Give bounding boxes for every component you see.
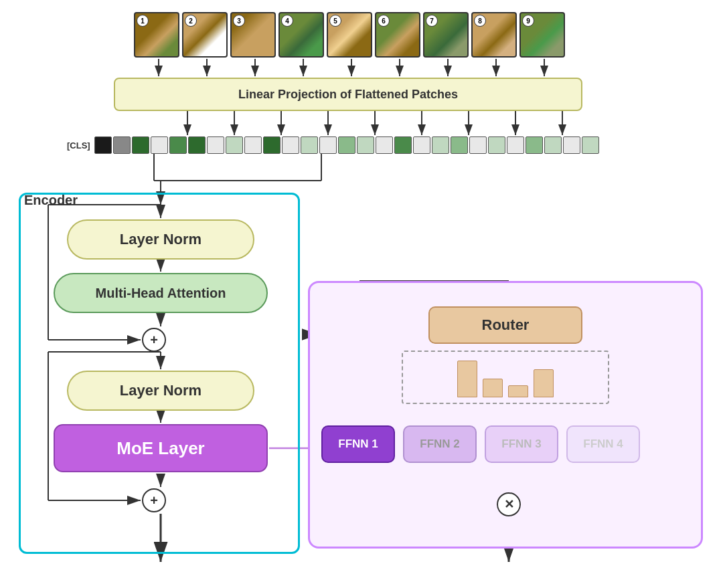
token-row: [CLS] (67, 136, 599, 154)
layer-norm-1: Layer Norm (67, 219, 254, 260)
layer-norm-2: Layer Norm (67, 371, 254, 411)
token-1 (132, 136, 149, 154)
token-24 (563, 136, 580, 154)
token-15 (394, 136, 412, 154)
ffnn-4-label: FFNN 4 (583, 437, 623, 451)
mha-box: Multi-Head Attention (54, 273, 268, 313)
patch-4-number: 4 (281, 15, 293, 27)
token-3 (169, 136, 187, 154)
patch-7: 7 (423, 12, 469, 58)
patch-6-number: 6 (378, 15, 390, 27)
token-13 (357, 136, 374, 154)
token-cls-gray (113, 136, 131, 154)
patch-8-number: 8 (474, 15, 486, 27)
token-5 (207, 136, 224, 154)
multiply-symbol: ✕ (504, 497, 514, 512)
ffnn-2-box: FFNN 2 (403, 425, 477, 463)
token-16 (413, 136, 430, 154)
patch-2: 2 (182, 12, 228, 58)
token-12 (338, 136, 355, 154)
token-23 (544, 136, 562, 154)
bar-3 (508, 385, 528, 397)
bar-1 (457, 361, 477, 397)
patch-6: 6 (375, 12, 420, 58)
layer-norm-1-label: Layer Norm (120, 231, 202, 248)
plus-circle-2: + (142, 488, 166, 512)
plus-2-symbol: + (150, 493, 158, 508)
linear-projection-box: Linear Projection of Flattened Patches (114, 78, 582, 111)
token-10 (301, 136, 318, 154)
patch-2-number: 2 (185, 15, 197, 27)
patch-7-number: 7 (426, 15, 438, 27)
diagram-container: 1 2 3 4 5 6 7 8 9 Linear Projection of F… (0, 0, 723, 588)
multiply-circle: ✕ (497, 492, 521, 516)
token-25 (582, 136, 599, 154)
moe-layer-encoder-box: MoE Layer (54, 424, 268, 472)
ffnn-3-box: FFNN 3 (485, 425, 558, 463)
token-22 (526, 136, 543, 154)
token-20 (488, 136, 505, 154)
token-18 (451, 136, 468, 154)
patch-1: 1 (134, 12, 179, 58)
linear-projection-label: Linear Projection of Flattened Patches (238, 88, 458, 102)
token-17 (432, 136, 449, 154)
router-box: Router (428, 306, 582, 344)
mha-label: Multi-Head Attention (96, 286, 226, 301)
token-8 (263, 136, 280, 154)
token-7 (244, 136, 262, 154)
plus-circle-1: + (142, 328, 166, 352)
cls-label: [CLS] (67, 140, 90, 151)
patch-9-number: 9 (522, 15, 534, 27)
bar-4 (534, 369, 554, 397)
token-14 (376, 136, 393, 154)
patch-5: 5 (327, 12, 372, 58)
ffnn-1-box: FFNN 1 (321, 425, 395, 463)
patch-8: 8 (471, 12, 517, 58)
patch-5-number: 5 (329, 15, 341, 27)
moe-layer-encoder-label: MoE Layer (116, 438, 205, 459)
token-4 (188, 136, 206, 154)
patch-9: 9 (519, 12, 565, 58)
token-6 (226, 136, 243, 154)
ffnn-2-label: FFNN 2 (420, 437, 460, 451)
patches-row: 1 2 3 4 5 6 7 8 9 (134, 12, 565, 58)
patch-4: 4 (278, 12, 324, 58)
token-19 (469, 136, 487, 154)
token-11 (319, 136, 337, 154)
patch-1-number: 1 (137, 15, 149, 27)
ffnn-1-label: FFNN 1 (338, 437, 378, 451)
bar-chart-area (402, 351, 609, 404)
token-2 (151, 136, 168, 154)
token-9 (282, 136, 299, 154)
plus-1-symbol: + (150, 332, 158, 348)
token-21 (507, 136, 524, 154)
layer-norm-2-label: Layer Norm (120, 382, 202, 399)
ffnn-row: FFNN 1 FFNN 2 FFNN 3 FFNN 4 (321, 425, 640, 463)
router-label: Router (482, 316, 530, 334)
ffnn-3-label: FFNN 3 (501, 437, 542, 451)
ffnn-4-box: FFNN 4 (566, 425, 640, 463)
bar-2 (483, 379, 503, 397)
patch-3: 3 (230, 12, 276, 58)
patch-3-number: 3 (233, 15, 245, 27)
token-cls-dark (94, 136, 112, 154)
